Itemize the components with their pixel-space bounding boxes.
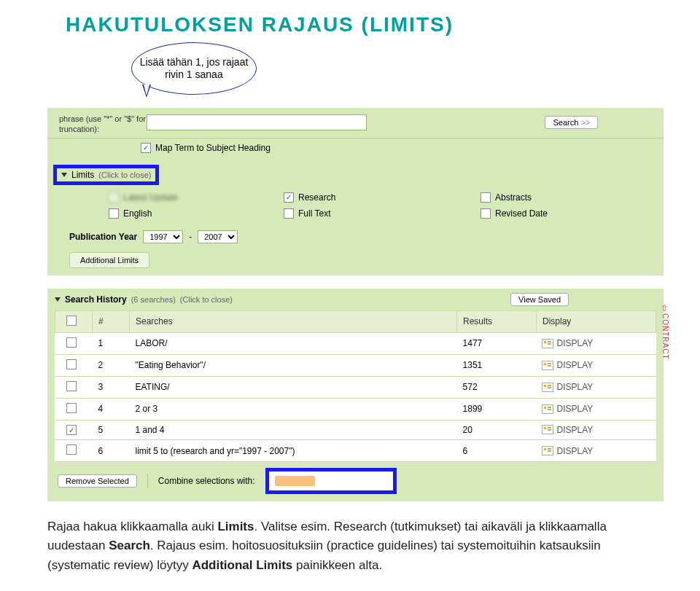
display-icon — [542, 361, 553, 370]
row-checkbox[interactable] — [66, 337, 77, 348]
display-link[interactable]: DISPLAY — [542, 404, 650, 414]
limit-label: Revised Date — [495, 208, 548, 219]
col-results: Results — [457, 310, 537, 332]
table-row: 3EATING/572DISPLAY — [55, 376, 656, 398]
limit-label: Research — [298, 192, 335, 203]
year-to-select[interactable]: 2007 — [198, 230, 238, 243]
search-button[interactable]: Search >> — [545, 116, 598, 129]
limits-label: Limits — [71, 170, 94, 180]
additional-limits-button[interactable]: Additional Limits — [69, 252, 149, 268]
remove-selected-button[interactable]: Remove Selected — [58, 474, 137, 488]
display-icon — [542, 446, 553, 455]
row-checkbox[interactable] — [66, 445, 77, 455]
row-results: 20 — [457, 420, 537, 440]
history-count: (6 searches) — [131, 295, 176, 304]
row-results: 1477 — [457, 332, 537, 354]
display-icon — [542, 383, 553, 392]
display-link[interactable]: DISPLAY — [542, 360, 650, 370]
chevron-right-icon: >> — [581, 119, 590, 127]
limit-label: Abstracts — [495, 192, 532, 203]
row-num: 4 — [93, 398, 130, 420]
research-checkbox[interactable]: ✓ — [284, 192, 294, 203]
callout-area: Lisää tähän 1, jos rajaat rivin 1 sanaa — [0, 42, 700, 108]
history-hint: (Click to close) — [180, 295, 233, 304]
row-num: 5 — [93, 420, 130, 440]
row-results: 1351 — [457, 354, 537, 376]
callout-tail — [142, 85, 151, 98]
limit-label: Latest Update — [123, 192, 178, 203]
search-button-label: Search — [553, 118, 578, 127]
caption-text: Rajaa hakua klikkaamalla auki Limits. Va… — [47, 517, 653, 575]
row-num: 6 — [93, 440, 130, 462]
page-title: HAKUTULOKSEN RAJAUS (LIMITS) — [0, 0, 700, 42]
year-dash: - — [189, 232, 192, 242]
map-term-checkbox[interactable]: ✓ — [141, 143, 151, 153]
latest-update-checkbox[interactable] — [109, 192, 119, 203]
table-row: ✓51 and 420DISPLAY — [55, 420, 656, 440]
history-label[interactable]: Search History — [65, 294, 127, 305]
row-results: 1899 — [457, 398, 537, 420]
row-checkbox[interactable] — [66, 381, 77, 391]
row-search: 1 and 4 — [130, 420, 457, 440]
callout-text: Lisää tähän 1, jos rajaat rivin 1 sanaa — [132, 56, 256, 82]
row-checkbox[interactable] — [66, 359, 77, 369]
contract-label[interactable]: CONTRACT — [661, 313, 669, 360]
display-icon — [542, 425, 553, 434]
row-checkbox[interactable]: ✓ — [66, 425, 77, 435]
triangle-down-icon — [61, 173, 67, 177]
english-checkbox[interactable] — [109, 208, 119, 219]
combine-label: Combine selections with: — [158, 476, 255, 486]
combine-selections-box[interactable] — [265, 468, 397, 494]
display-link[interactable]: DISPLAY — [542, 425, 650, 435]
row-search: 2 or 3 — [130, 398, 457, 420]
display-link[interactable]: DISPLAY — [542, 446, 650, 456]
row-num: 1 — [93, 332, 130, 354]
display-link[interactable]: DISPLAY — [542, 382, 650, 392]
history-table: # Searches Results Display 1LABOR/1477DI… — [55, 310, 656, 463]
row-results: 572 — [457, 376, 537, 398]
abstracts-checkbox[interactable] — [481, 192, 491, 203]
keyword-input[interactable] — [147, 114, 367, 130]
col-display: Display — [536, 310, 656, 332]
limits-options: Latest Update ✓Research Abstracts Englis… — [47, 189, 664, 226]
table-row: 1LABOR/1477DISPLAY — [55, 332, 656, 354]
limits-hint: (Click to close) — [98, 171, 151, 179]
row-search: "Eating Behavior"/ — [130, 354, 457, 376]
row-results: 6 — [457, 440, 537, 462]
display-icon — [542, 339, 553, 348]
limit-label: English — [123, 208, 152, 219]
row-search: EATING/ — [130, 376, 457, 398]
display-icon — [542, 404, 553, 414]
row-num: 3 — [93, 376, 130, 398]
col-num: # — [93, 310, 130, 332]
row-num: 2 — [93, 354, 130, 376]
table-row: 2"Eating Behavior"/1351DISPLAY — [55, 354, 656, 376]
revised-date-checkbox[interactable] — [481, 208, 491, 219]
row-checkbox[interactable] — [66, 403, 77, 413]
pubyear-label: Publication Year — [69, 232, 137, 242]
table-row: 42 or 31899DISPLAY — [55, 398, 656, 420]
map-term-label: Map Term to Subject Heading — [155, 143, 271, 153]
contract-arrow-icon[interactable]: ⇧ — [661, 303, 668, 313]
divider — [147, 474, 148, 488]
triangle-down-icon — [55, 297, 61, 302]
year-from-select[interactable]: 1997 — [143, 230, 183, 243]
search-bar: phrase (use "*" or "$" for truncation): … — [47, 108, 664, 138]
col-searches: Searches — [130, 310, 457, 332]
row-search: LABOR/ — [130, 332, 457, 354]
limits-toggle[interactable]: Limits (Click to close) — [53, 165, 159, 185]
view-saved-button[interactable]: View Saved — [510, 293, 569, 306]
keyword-hint: phrase (use "*" or "$" for truncation): — [55, 111, 147, 135]
limit-label: Full Text — [298, 208, 330, 219]
row-search: limit 5 to (research and yr="1997 - 2007… — [130, 440, 457, 462]
fulltext-checkbox[interactable] — [284, 208, 294, 219]
select-all-checkbox[interactable] — [66, 316, 77, 326]
table-row: 6limit 5 to (research and yr="1997 - 200… — [55, 440, 656, 462]
display-link[interactable]: DISPLAY — [542, 338, 650, 348]
